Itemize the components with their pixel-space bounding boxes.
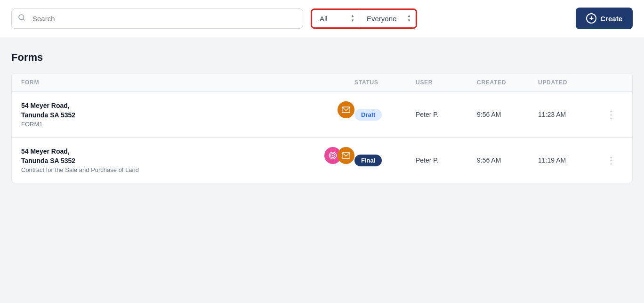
- table-row-2: 54 Meyer Road,Tanunda SA 5352 Contract f…: [12, 138, 632, 183]
- updated-cell-2: 11:19 AM: [538, 156, 599, 164]
- create-button[interactable]: + Create: [576, 8, 633, 29]
- status-badge-2: Final: [354, 155, 382, 166]
- forms-table: FORM STATUS USER CREATED UPDATED 54 Meye…: [11, 73, 633, 183]
- search-wrapper: [11, 8, 303, 29]
- form-id-1: FORM1: [21, 121, 332, 128]
- envelope-icon-1: [338, 101, 354, 118]
- created-cell-1: 9:56 AM: [477, 111, 538, 118]
- filter-all-select[interactable]: All Draft Final: [312, 10, 359, 27]
- svg-line-1: [23, 19, 24, 20]
- header-status: STATUS: [354, 79, 416, 86]
- table-row: 54 Meyer Road,Tanunda SA 5352 FORM1 Draf…: [12, 92, 632, 138]
- create-label: Create: [600, 15, 622, 23]
- header-updated: UPDATED: [538, 79, 599, 86]
- filter-everyone-select[interactable]: Everyone My Forms: [359, 10, 416, 27]
- form-title-wrapper-2: 54 Meyer Road,Tanunda SA 5352 Contract f…: [21, 147, 319, 173]
- plus-icon: +: [586, 13, 596, 24]
- form-info-2: 54 Meyer Road,Tanunda SA 5352 Contract f…: [21, 147, 319, 173]
- status-cell-2: Final: [354, 155, 416, 166]
- header-actions: [599, 79, 623, 86]
- header-form: FORM: [21, 79, 354, 86]
- search-input[interactable]: [11, 8, 303, 29]
- envelope-icon-2: [338, 147, 354, 164]
- form-info-1: 54 Meyer Road,Tanunda SA 5352 FORM1: [21, 101, 332, 128]
- filter-everyone-wrapper: Everyone My Forms ▲ ▼: [359, 10, 416, 27]
- form-icons-2: [324, 147, 354, 164]
- form-address-1: 54 Meyer Road,Tanunda SA 5352: [21, 101, 332, 120]
- created-cell-2: 9:56 AM: [477, 156, 538, 164]
- more-button-1[interactable]: ⋮: [599, 107, 623, 122]
- user-cell-2: Peter P.: [416, 156, 477, 164]
- user-cell-1: Peter P.: [416, 111, 477, 118]
- form-cell-1: 54 Meyer Road,Tanunda SA 5352 FORM1: [21, 101, 354, 128]
- form-address-2: 54 Meyer Road,Tanunda SA 5352: [21, 147, 319, 165]
- more-button-2[interactable]: ⋮: [599, 153, 623, 168]
- top-bar: All Draft Final ▲ ▼ Everyone My Forms ▲ …: [0, 0, 644, 37]
- filter-group: All Draft Final ▲ ▼ Everyone My Forms ▲ …: [311, 8, 417, 29]
- status-badge-1: Draft: [354, 109, 382, 121]
- svg-point-5: [332, 155, 334, 156]
- form-cell-2: 54 Meyer Road,Tanunda SA 5352 Contract f…: [21, 147, 354, 173]
- header-created: CREATED: [477, 79, 538, 86]
- updated-cell-1: 11:23 AM: [538, 111, 599, 118]
- header-user: USER: [416, 79, 477, 86]
- section-title: Forms: [11, 51, 633, 64]
- content-area: Forms FORM STATUS USER CREATED UPDATED 5…: [0, 37, 644, 197]
- search-icon: [18, 14, 25, 23]
- table-header: FORM STATUS USER CREATED UPDATED: [12, 74, 632, 92]
- form-title-wrapper-1: 54 Meyer Road,Tanunda SA 5352 FORM1: [21, 101, 332, 128]
- form-id-2: Contract for the Sale and Purchase of La…: [21, 166, 319, 173]
- form-icons-1: [338, 101, 354, 118]
- status-cell-1: Draft: [354, 109, 416, 121]
- filter-all-wrapper: All Draft Final ▲ ▼: [312, 10, 359, 27]
